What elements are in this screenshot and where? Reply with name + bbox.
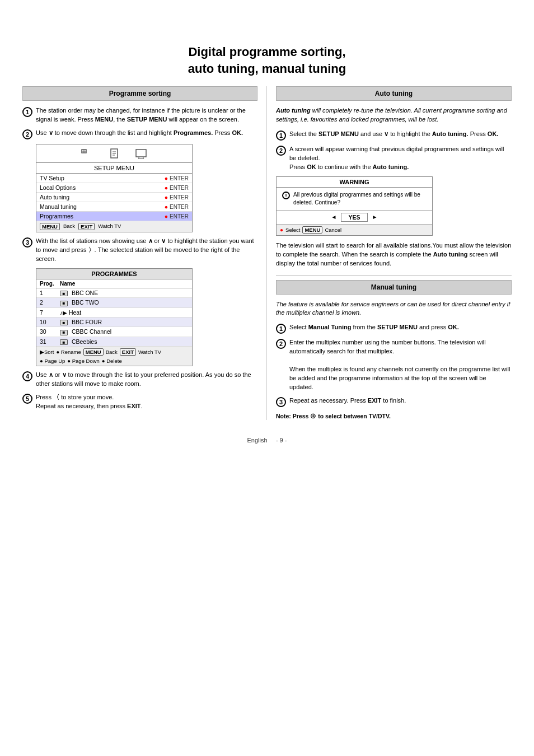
- step-1-num: 1: [22, 107, 32, 117]
- menu-row-auto-tuning: Auto tuning● ENTER: [36, 193, 192, 202]
- warning-box: WARNING i All previous digital programme…: [276, 176, 433, 236]
- yes-box: YES: [341, 213, 367, 222]
- manual-tuning-intro: The feature is available for service eng…: [276, 300, 512, 318]
- menu-row-programmes: Programmes● ENTER: [36, 212, 192, 221]
- auto-tuning-header: Auto tuning: [276, 86, 512, 101]
- warning-body: i All previous digital programmes and se…: [277, 188, 432, 211]
- manual-step-1-num: 1: [276, 324, 286, 334]
- prog-row-7: 7 ♪▶ Heat: [36, 308, 192, 318]
- warning-text: All previous digital programmes and sett…: [293, 191, 427, 207]
- menu-row-local-options: Local Options● ENTER: [36, 183, 192, 193]
- right-column: Auto tuning Auto tuning will completely …: [267, 86, 512, 420]
- manual-step-2-num: 2: [276, 339, 286, 349]
- step-1-text: The station order may be changed, for in…: [36, 106, 257, 124]
- menu-icon-tv: [133, 148, 149, 160]
- warning-title: WARNING: [277, 177, 432, 188]
- prog-row-10: 10 ■ BBC FOUR: [36, 318, 192, 328]
- prog-row-1: 1 ■ BBC ONE: [36, 288, 192, 298]
- svg-rect-7: [136, 150, 146, 157]
- auto-tuning-intro: Auto tuning will completely re-tune the …: [276, 106, 512, 124]
- step-3-num: 3: [22, 237, 32, 248]
- programmes-footer: ▶Sort ● Rename MENU Back EXIT Watch TV ●…: [36, 347, 192, 366]
- prog-row-30: 30 ■ CBBC Channel: [36, 327, 192, 337]
- auto-step-1-num: 1: [276, 130, 286, 141]
- step-2-text: Use ∨ to move down through the list and …: [36, 129, 243, 138]
- step-5: 5 Press 〈 to store your move. Repeat as …: [22, 393, 257, 411]
- footer-page: - 9 -: [276, 437, 287, 444]
- setup-menu-title: SETUP MENU: [36, 163, 192, 174]
- yes-arrow-left: ◄: [331, 214, 337, 220]
- auto-step-2: 2 A screen will appear warning that prev…: [276, 145, 512, 172]
- manual-step-1-text: Select Manual Tuning from the SETUP MENU…: [289, 323, 459, 332]
- warning-footer: ● Select MENU Cancel: [277, 225, 432, 235]
- setup-menu-box: SETUP MENU TV Setup● ENTER Local Options…: [36, 144, 193, 232]
- page-title-line1: Digital programme sorting,: [22, 45, 512, 59]
- warning-footer-select: Select: [285, 227, 300, 233]
- step-4-num: 4: [22, 371, 32, 381]
- step-5-text: Press 〈 to store your move. Repeat as ne…: [36, 393, 143, 411]
- manual-step-2: 2 Enter the multiplex number using the n…: [276, 338, 512, 392]
- warning-yes-row: ◄ YES ►: [277, 211, 432, 225]
- footer-lang: English: [247, 437, 268, 444]
- page-title-line2: auto tuning, manual tuning: [22, 62, 512, 76]
- prog-row-31: 31 ■ CBeebies: [36, 337, 192, 347]
- auto-tuning-after: The television will start to search for …: [276, 241, 512, 268]
- prog-header: Prog. Name: [36, 279, 192, 288]
- programmes-title: PROGRAMMES: [36, 269, 192, 279]
- manual-step-3-text: Repeat as necessary. Press EXIT to finis…: [289, 396, 406, 405]
- programme-sorting-header: Programme sorting: [22, 86, 257, 101]
- step-1: 1 The station order may be changed, for …: [22, 106, 257, 124]
- warning-info-icon: i: [282, 192, 290, 199]
- auto-step-2-text: A screen will appear warning that previo…: [289, 145, 512, 172]
- warning-footer-menu: MENU: [302, 226, 322, 234]
- manual-step-2-text: Enter the multiplex number using the num…: [289, 338, 512, 392]
- warning-footer-cancel: Cancel: [325, 227, 341, 233]
- footer: English - 9 -: [22, 437, 512, 444]
- menu-footer: MENU Back EXIT Watch TV: [36, 221, 192, 232]
- step-2: 2 Use ∨ to move down through the list an…: [22, 129, 257, 139]
- auto-step-2-num: 2: [276, 146, 286, 156]
- manual-step-1: 1 Select Manual Tuning from the SETUP ME…: [276, 323, 512, 334]
- auto-step-1: 1 Select the SETUP MENU and use ∨ to hig…: [276, 130, 512, 141]
- step-2-num: 2: [22, 129, 32, 139]
- menu-row-manual-tuning: Manual tuning● ENTER: [36, 202, 192, 212]
- menu-row-tv-setup: TV Setup● ENTER: [36, 174, 192, 183]
- menu-icon-tools: [79, 148, 95, 160]
- programmes-box: PROGRAMMES Prog. Name 1 ■ BBC ONE 2 ■ BB…: [36, 268, 193, 367]
- menu-icons-row: [36, 144, 192, 163]
- manual-step-3: 3 Repeat as necessary. Press EXIT to fin…: [276, 396, 512, 407]
- prog-row-2: 2 ■ BBC TWO: [36, 298, 192, 308]
- step-3-text: With the list of stations now showing us…: [36, 237, 257, 264]
- yes-arrow-right: ►: [372, 214, 378, 220]
- manual-step-3-num: 3: [276, 397, 286, 407]
- manual-tuning-header: Manual tuning: [276, 280, 512, 295]
- step-4-text: Use ∧ or ∨ to move through the list to y…: [36, 371, 257, 389]
- step-5-num: 5: [22, 394, 32, 404]
- left-column: Programme sorting 1 The station order ma…: [22, 86, 267, 420]
- menu-icon-document: [106, 148, 122, 160]
- step-4: 4 Use ∧ or ∨ to move through the list to…: [22, 371, 257, 389]
- step-3: 3 With the list of stations now showing …: [22, 237, 257, 264]
- auto-step-1-text: Select the SETUP MENU and use ∨ to highl…: [289, 130, 498, 139]
- note-text: Note: Press ⊕ to select between TV/DTV.: [276, 412, 512, 420]
